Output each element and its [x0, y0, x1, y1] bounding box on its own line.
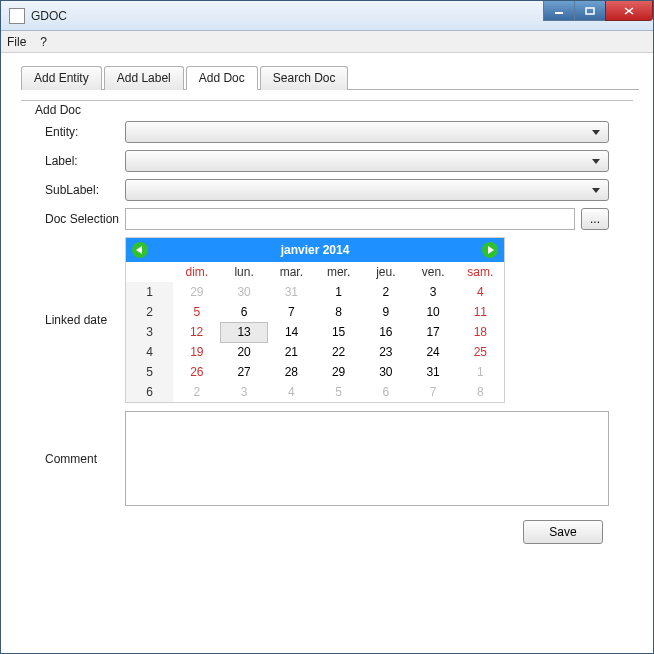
calendar-grid: dim.lun.mar.mer.jeu.ven.sam. 12930311234…	[126, 262, 504, 402]
calendar-day[interactable]: 7	[268, 302, 315, 322]
calendar-day[interactable]: 19	[173, 342, 220, 362]
week-col-header	[126, 262, 173, 282]
close-button[interactable]	[605, 1, 653, 21]
dayname-lun.: lun.	[221, 262, 268, 282]
calendar-day[interactable]: 29	[315, 362, 362, 382]
calendar-day[interactable]: 31	[268, 282, 315, 302]
maximize-button[interactable]	[574, 1, 606, 21]
svg-marker-5	[488, 246, 494, 254]
calendar-day[interactable]: 27	[221, 362, 268, 382]
docsel-input[interactable]	[125, 208, 575, 230]
browse-label: ...	[590, 212, 600, 226]
next-month-icon[interactable]	[482, 242, 498, 258]
comment-input[interactable]	[125, 411, 609, 506]
calendar-day[interactable]: 29	[173, 282, 220, 302]
window-controls	[544, 1, 653, 21]
svg-marker-4	[136, 246, 142, 254]
calendar-day[interactable]: 6	[362, 382, 409, 402]
calendar-day[interactable]: 1	[315, 282, 362, 302]
calendar-day[interactable]: 9	[362, 302, 409, 322]
dayname-mer.: mer.	[315, 262, 362, 282]
calendar-day[interactable]: 20	[221, 342, 268, 362]
calendar-day[interactable]: 13	[221, 322, 268, 342]
app-window: GDOC File ? Add Entity Add Label Add Doc…	[0, 0, 654, 654]
calendar-header: janvier 2014	[126, 238, 504, 262]
dayname-ven.: ven.	[410, 262, 457, 282]
calendar-day[interactable]: 17	[410, 322, 457, 342]
content-area: Add Entity Add Label Add Doc Search Doc …	[1, 53, 653, 653]
calendar-day[interactable]: 5	[173, 302, 220, 322]
save-label: Save	[549, 525, 576, 539]
docsel-label: Doc Selection	[45, 212, 125, 226]
entity-label: Entity:	[45, 125, 125, 139]
week-number: 3	[126, 322, 173, 342]
app-icon	[9, 8, 25, 24]
week-number: 2	[126, 302, 173, 322]
prev-month-icon[interactable]	[132, 242, 148, 258]
calendar-day[interactable]: 5	[315, 382, 362, 402]
week-number: 6	[126, 382, 173, 402]
calendar-day[interactable]: 2	[362, 282, 409, 302]
save-button[interactable]: Save	[523, 520, 603, 544]
tab-search-doc[interactable]: Search Doc	[260, 66, 349, 90]
week-number: 5	[126, 362, 173, 382]
calendar-day[interactable]: 16	[362, 322, 409, 342]
calendar-day[interactable]: 22	[315, 342, 362, 362]
svg-rect-1	[586, 8, 594, 14]
calendar-day[interactable]: 31	[410, 362, 457, 382]
linked-date-label: Linked date	[45, 313, 125, 327]
calendar-day[interactable]: 7	[410, 382, 457, 402]
dayname-dim.: dim.	[173, 262, 220, 282]
tab-add-doc[interactable]: Add Doc	[186, 66, 258, 90]
week-number: 4	[126, 342, 173, 362]
dayname-mar.: mar.	[268, 262, 315, 282]
calendar-day[interactable]: 24	[410, 342, 457, 362]
menu-file[interactable]: File	[7, 35, 26, 49]
menu-help[interactable]: ?	[40, 35, 47, 49]
tabs: Add Entity Add Label Add Doc Search Doc	[21, 65, 639, 90]
calendar-day[interactable]: 30	[221, 282, 268, 302]
add-doc-form: Entity: Label: SubLabel: Doc Selection .…	[15, 101, 639, 506]
tab-add-entity[interactable]: Add Entity	[21, 66, 102, 90]
calendar-day[interactable]: 30	[362, 362, 409, 382]
calendar-day[interactable]: 11	[457, 302, 504, 322]
calendar-title: janvier 2014	[281, 243, 350, 257]
label-label: Label:	[45, 154, 125, 168]
sublabel-combo[interactable]	[125, 179, 609, 201]
window-title: GDOC	[31, 9, 67, 23]
calendar-day[interactable]: 8	[315, 302, 362, 322]
calendar-day[interactable]: 4	[457, 282, 504, 302]
sublabel-label: SubLabel:	[45, 183, 125, 197]
calendar-day[interactable]: 3	[221, 382, 268, 402]
entity-combo[interactable]	[125, 121, 609, 143]
week-number: 1	[126, 282, 173, 302]
calendar-day[interactable]: 6	[221, 302, 268, 322]
dayname-sam.: sam.	[457, 262, 504, 282]
calendar-day[interactable]: 21	[268, 342, 315, 362]
label-combo[interactable]	[125, 150, 609, 172]
calendar-day[interactable]: 14	[268, 322, 315, 342]
calendar-day[interactable]: 8	[457, 382, 504, 402]
minimize-button[interactable]	[543, 1, 575, 21]
titlebar: GDOC	[1, 1, 653, 31]
calendar-day[interactable]: 4	[268, 382, 315, 402]
calendar-day[interactable]: 1	[457, 362, 504, 382]
calendar-day[interactable]: 2	[173, 382, 220, 402]
calendar: janvier 2014 dim.lun.mar.mer.jeu.ven.sam…	[125, 237, 505, 403]
browse-button[interactable]: ...	[581, 208, 609, 230]
calendar-day[interactable]: 10	[410, 302, 457, 322]
calendar-day[interactable]: 28	[268, 362, 315, 382]
dayname-jeu.: jeu.	[362, 262, 409, 282]
calendar-day[interactable]: 23	[362, 342, 409, 362]
calendar-day[interactable]: 25	[457, 342, 504, 362]
tab-add-label[interactable]: Add Label	[104, 66, 184, 90]
calendar-day[interactable]: 15	[315, 322, 362, 342]
fieldset-legend: Add Doc	[31, 103, 85, 117]
calendar-day[interactable]: 18	[457, 322, 504, 342]
menubar: File ?	[1, 31, 653, 53]
calendar-day[interactable]: 3	[410, 282, 457, 302]
calendar-day[interactable]: 26	[173, 362, 220, 382]
calendar-day[interactable]: 12	[173, 322, 220, 342]
comment-label: Comment	[45, 452, 125, 466]
